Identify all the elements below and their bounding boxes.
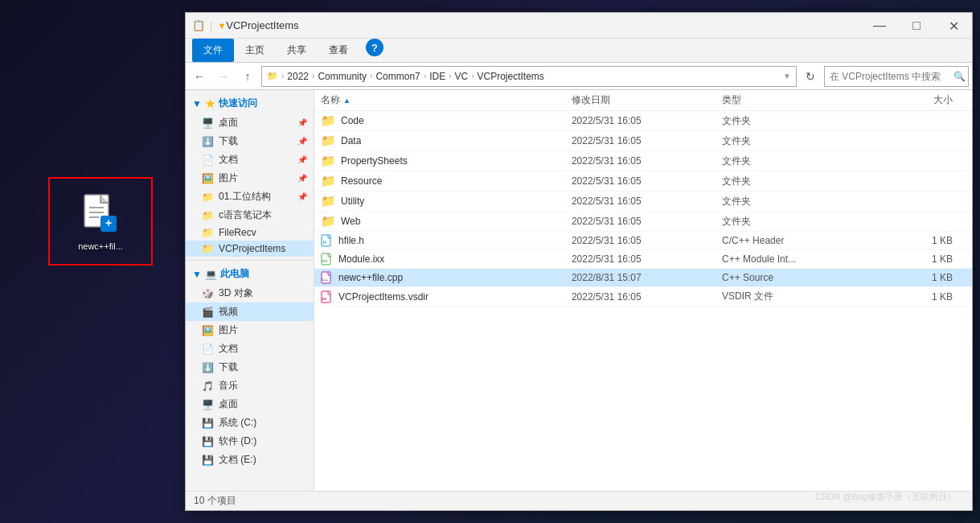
quick-access-chevron: ▼ <box>192 98 202 109</box>
file-row-newcpp[interactable]: C++ newc++file.cpp 2022/8/31 15:07 C++ S… <box>314 269 972 287</box>
maximize-button[interactable]: □ <box>898 13 935 39</box>
file-row-hfile[interactable]: H hfile.h 2022/5/31 16:05 C/C++ Header 1… <box>314 232 972 250</box>
breadcrumb-2022[interactable]: 2022 <box>287 71 309 82</box>
sidebar-item-desktop[interactable]: 🖥️ 桌面 <box>186 395 314 414</box>
file-row-propsheets[interactable]: 📁 PropertySheets 2022/5/31 16:05 文件夹 <box>314 151 972 171</box>
desktop-icon-small: 🖥️ <box>202 117 214 129</box>
file-row-resource[interactable]: 📁 Resource 2022/5/31 16:05 文件夹 <box>314 171 972 191</box>
col-header-name[interactable]: 名称 ▲ <box>321 93 572 107</box>
search-box[interactable]: 🔍 <box>824 66 969 87</box>
file-name-cell-resource: 📁 Resource <box>321 174 572 188</box>
sidebar-item-filerecv[interactable]: 📁 FileRecv <box>186 224 314 241</box>
filename-module: Module.ixx <box>338 253 384 265</box>
filename-resource: Resource <box>341 175 382 187</box>
file-size-hfile: 1 KB <box>872 235 966 246</box>
window-controls: — □ ✕ <box>861 13 972 39</box>
file-name-cell-vsdir: DIR VCProjectItems.vsdir <box>321 290 572 303</box>
vsdir-file-icon: DIR <box>321 290 334 303</box>
desktop-icon-box: + newc++fil... <box>48 177 153 266</box>
file-name-cell-code: 📁 Code <box>321 113 572 128</box>
help-button[interactable]: ? <box>366 39 383 56</box>
status-count: 10 个项目 <box>194 494 236 508</box>
breadcrumb-vc[interactable]: VC <box>454 71 468 82</box>
file-row-web[interactable]: 📁 Web 2022/5/31 16:05 文件夹 <box>314 212 972 232</box>
sidebar-item-downloads[interactable]: ⬇️ 下载 <box>186 358 314 377</box>
sidebar-label-drive-c: 系统 (C:) <box>219 416 256 430</box>
ixx-file-icon: IXX <box>321 253 334 266</box>
folder-icon-propsheets: 📁 <box>321 154 336 168</box>
quick-access-header[interactable]: ▼ ★ 快速访问 <box>186 93 314 113</box>
file-row-code[interactable]: 📁 Code 2022/5/31 16:05 文件夹 <box>314 111 972 131</box>
sidebar-item-drive-e[interactable]: 💾 文档 (E:) <box>186 451 314 469</box>
sidebar-label-drive-d: 软件 (D:) <box>219 434 256 448</box>
docs-icon-small: 📄 <box>202 154 214 166</box>
breadcrumb-community[interactable]: Community <box>318 71 367 82</box>
sidebar-label-cnotes: c语言笔记本 <box>219 208 272 222</box>
file-row-module[interactable]: IXX Module.ixx 2022/5/31 16:05 C++ Modul… <box>314 250 972 269</box>
svg-text:+: + <box>105 216 112 229</box>
file-type-resource: 文件夹 <box>722 175 872 188</box>
folder-icon-resource: 📁 <box>321 174 336 188</box>
sidebar-item-3d[interactable]: 🎲 3D 对象 <box>186 284 314 303</box>
filename-web: Web <box>341 216 360 227</box>
file-type-module: C++ Module Int... <box>722 253 872 265</box>
sidebar-item-downloads-qa[interactable]: ⬇️ 下载 📌 <box>186 132 314 150</box>
sidebar-label-vcpi: VCProjectItems <box>219 243 285 254</box>
cpp-file-icon: C++ <box>321 271 334 284</box>
sidebar-item-docs[interactable]: 📄 文档 <box>186 340 314 358</box>
breadcrumb-common7[interactable]: Common7 <box>375 71 420 82</box>
sidebar-item-docs-qa[interactable]: 📄 文档 📌 <box>186 150 314 169</box>
up-button[interactable]: ↑ <box>237 66 258 87</box>
breadcrumb-vcprojectitems[interactable]: VCProjectItems <box>478 71 544 82</box>
sidebar-item-01work[interactable]: 📁 01.工位结构 📌 <box>186 187 314 206</box>
sidebar-item-drive-c[interactable]: 💾 系统 (C:) <box>186 414 314 432</box>
pin-icon-desktop: 📌 <box>297 118 307 127</box>
sidebar-item-cnotes[interactable]: 📁 c语言笔记本 <box>186 206 314 224</box>
address-path[interactable]: 📁 › 2022 › Community › Common7 › IDE › V… <box>261 66 797 87</box>
sidebar-item-drive-d[interactable]: 💾 软件 (D:) <box>186 432 314 451</box>
file-type-data: 文件夹 <box>722 134 872 148</box>
sidebar-item-videos[interactable]: 🎬 视频 <box>186 303 314 321</box>
folder-icon-vcpi: 📁 <box>202 243 214 254</box>
file-row-vsdir[interactable]: DIR VCProjectItems.vsdir 2022/5/31 16:05… <box>314 287 972 307</box>
sidebar-item-pictures[interactable]: 🖼️ 图片 <box>186 321 314 340</box>
forward-button[interactable]: → <box>213 66 234 87</box>
breadcrumb-ide[interactable]: IDE <box>429 71 445 82</box>
sidebar-item-desktop-qa[interactable]: 🖥️ 桌面 📌 <box>186 113 314 132</box>
file-date-module: 2022/5/31 16:05 <box>572 253 722 265</box>
desktop-file-icon: + <box>81 191 120 237</box>
ribbon-tab-share[interactable]: 共享 <box>276 39 318 62</box>
drive-c-icon: 💾 <box>202 418 214 429</box>
quick-access-pin: ▼ <box>217 21 226 31</box>
pin-icon-01work: 📌 <box>297 192 307 201</box>
col-header-date[interactable]: 修改日期 <box>572 93 722 107</box>
sidebar-label-videos: 视频 <box>219 305 238 319</box>
file-type-utility: 文件夹 <box>722 195 872 208</box>
file-row-utility[interactable]: 📁 Utility 2022/5/31 16:05 文件夹 <box>314 191 972 212</box>
ribbon-tab-home[interactable]: 主页 <box>234 39 276 62</box>
ribbon-tab-file[interactable]: 文件 <box>192 39 234 62</box>
file-row-data[interactable]: 📁 Data 2022/5/31 16:05 文件夹 <box>314 131 972 151</box>
h-file-icon: H <box>321 234 334 247</box>
this-pc-header[interactable]: ▼ 💻 此电脑 <box>186 264 314 284</box>
minimize-button[interactable]: — <box>861 13 898 39</box>
back-button[interactable]: ← <box>189 66 210 87</box>
sidebar-item-vcprojectitems[interactable]: 📁 VCProjectItems <box>186 241 314 257</box>
filename-propsheets: PropertySheets <box>341 155 408 167</box>
sidebar-item-pictures-qa[interactable]: 🖼️ 图片 📌 <box>186 169 314 187</box>
col-header-size[interactable]: 大小 <box>872 93 966 107</box>
file-size-newcpp: 1 KB <box>872 272 966 283</box>
file-type-vsdir: VSDIR 文件 <box>722 290 872 303</box>
ribbon-tab-view[interactable]: 查看 <box>318 39 359 62</box>
ribbon: 文件 主页 共享 查看 ? <box>186 39 972 63</box>
quick-access-sep: | <box>210 19 212 31</box>
refresh-button[interactable]: ↻ <box>800 66 821 87</box>
filename-hfile: hfile.h <box>338 235 364 246</box>
file-size-vsdir: 1 KB <box>872 291 966 303</box>
search-input[interactable] <box>830 71 950 82</box>
search-icon: 🔍 <box>953 71 966 82</box>
file-size-module: 1 KB <box>872 253 966 265</box>
close-button[interactable]: ✕ <box>935 13 972 39</box>
col-header-type[interactable]: 类型 <box>722 93 872 107</box>
sidebar-item-music[interactable]: 🎵 音乐 <box>186 377 314 395</box>
